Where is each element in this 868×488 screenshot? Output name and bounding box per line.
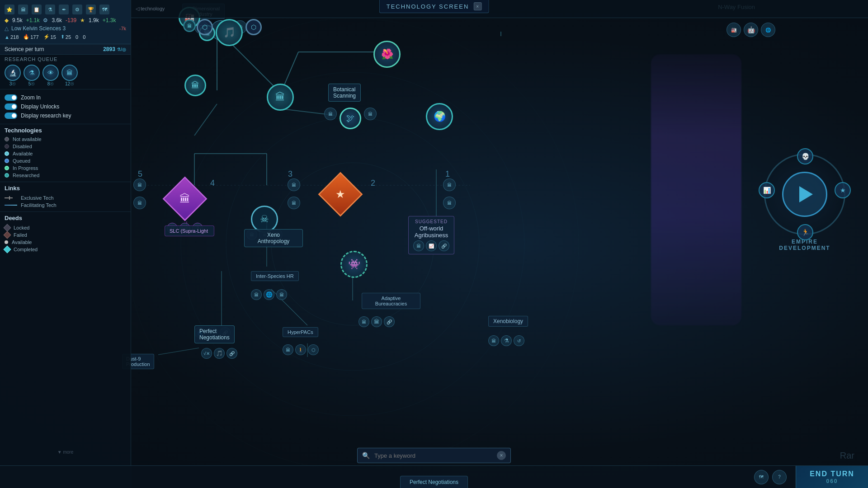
node-slc-container[interactable]: 🏛 SLC (Supra-Light ⬡ 01001 ? (169, 183, 210, 224)
node-row1-1[interactable]: 🏛 (184, 75, 206, 96)
link-exclusive-tech: Exclusive Tech (5, 194, 126, 202)
resource-dust-val: 9.5k (12, 17, 23, 23)
toggle-zoom-in[interactable]: Zoom In (5, 93, 126, 102)
nav-icon-2[interactable]: 🏛 (18, 5, 28, 14)
hyperpacs-label[interactable]: HyperPACs (283, 327, 318, 337)
legend-disabled: Disabled (5, 143, 126, 150)
keyword-close-button[interactable]: × (497, 451, 506, 460)
hp-sub-2[interactable]: 🚶 (295, 344, 306, 355)
building-icon-right-bottom[interactable]: 🏛 (443, 197, 456, 209)
nw-sub-2[interactable]: 🤖 (744, 23, 758, 37)
dot-inprogress (5, 166, 9, 170)
xb-sub-3[interactable]: ↺ (514, 335, 524, 346)
legend-not-available-label: Not available (13, 136, 42, 142)
bottom-icon-2[interactable]: ? (772, 470, 787, 484)
botanical-icon-3[interactable]: 🏛 (364, 108, 377, 120)
col-num-5: 5 (138, 169, 142, 179)
toggle-display-unlocks[interactable]: Display Unlocks (5, 102, 126, 111)
slc-sub-1[interactable]: ⬡ (167, 223, 178, 234)
node-orange-diamond-container[interactable]: ★ (325, 178, 365, 219)
hp-sub-3[interactable]: ⬡ (308, 344, 319, 355)
xeno-sub-2[interactable]: ☠ (259, 229, 270, 240)
nav-icon-8[interactable]: 🗺 (99, 5, 109, 14)
slc-sub-3[interactable]: ? (192, 223, 203, 234)
pn-sub-2[interactable]: √✕ (207, 327, 218, 338)
node-mid-right[interactable]: 🌍 (426, 103, 453, 130)
xeno-sub-3[interactable]: 🏛 (272, 229, 283, 240)
building-icon-left-bottom[interactable]: 🏛 (133, 197, 146, 209)
node-top-icons[interactable]: ⬡ 🎵 ⬡ (197, 19, 262, 46)
d9-sub-3[interactable]: 🔗 (226, 348, 237, 359)
nav-icon-3[interactable]: 📋 (32, 5, 42, 14)
xb-sub-1[interactable]: 🏛 (488, 335, 499, 346)
toggle-display-research-key[interactable]: Display research key (5, 111, 126, 120)
node-icon-mid-right: 🌍 (426, 103, 453, 130)
xenobiology-label[interactable]: Xenobiology (488, 316, 528, 327)
nav-icon-7[interactable]: 🏆 (86, 5, 96, 14)
queue-item-1[interactable]: 🔬 3☉ (5, 65, 21, 86)
ow-sub-2[interactable]: 📈 (426, 240, 437, 251)
d9-sub-1[interactable]: √✕ (201, 348, 212, 359)
inter-sub-1[interactable]: 🏛 (251, 289, 262, 300)
node-top-right-1[interactable]: 🌺 (373, 41, 401, 68)
ow-sub-3[interactable]: 🔗 (439, 240, 449, 251)
nw-sub-1[interactable]: 🏭 (726, 23, 741, 37)
empire-orbit-2[interactable]: ★ (835, 182, 851, 198)
ad-sub-1[interactable]: 🏛 (359, 316, 369, 327)
empire-orbit-3[interactable]: 📊 (759, 182, 775, 198)
end-turn-button[interactable]: END TURN 060 (796, 466, 868, 488)
nav-icon-5[interactable]: ✒ (59, 5, 69, 14)
pn-sub-3[interactable]: 🔗 (220, 327, 231, 338)
d9-sub-2[interactable]: 🎵 (214, 348, 225, 359)
nav-icon-6[interactable]: ⚙ (72, 5, 82, 14)
pn-sub-1[interactable]: 👥 (194, 327, 205, 338)
xb-sub-2[interactable]: ⚗ (501, 335, 512, 346)
tech-screen-close-button[interactable]: × (473, 2, 481, 10)
empire-center[interactable] (782, 172, 827, 217)
empire-dev-widget: 💀 ★ 📊 🏃 EMPIRE DEVELOPMENT (764, 154, 845, 251)
keyword-input[interactable] (374, 452, 492, 459)
queue-turns-2: 5☉ (28, 81, 35, 86)
bottom-icon-1[interactable]: 🗺 (754, 470, 769, 484)
building-icon-right-top[interactable]: 🏛 (443, 178, 456, 191)
slc-sub-2[interactable]: 01001 (179, 223, 190, 234)
xeno-sub-1[interactable]: 🏛 (246, 229, 257, 240)
inter-sub-3[interactable]: 🏛 (276, 289, 287, 300)
botanical-icon-center[interactable]: 🕊 (340, 108, 361, 129)
queue-item-3[interactable]: 👁 8☉ (42, 65, 59, 86)
nav-icon-4[interactable]: ⚗ (45, 5, 55, 14)
node-alien-skull[interactable]: 👾 (340, 251, 368, 278)
nw-sub-3[interactable]: 🌐 (761, 23, 775, 37)
ad-sub-2[interactable]: 🏛 (371, 316, 382, 327)
science-row: Science per turn 2893 ⚗/◎ (0, 44, 131, 55)
hp-sub-1[interactable]: 🏛 (283, 344, 293, 355)
left-panel: ⭐ 🏛 📋 ⚗ ✒ ⚙ 🏆 🗺 ◆ 9.5k +1.1k ⚙ 3.6k -139… (0, 0, 131, 488)
node-mid-1[interactable]: 🏛 (267, 84, 294, 111)
ow-sub-1[interactable]: 🏛 (413, 240, 424, 251)
stat-6: 0 (83, 34, 85, 40)
inter-species-label[interactable]: Inter-Species HR (251, 271, 299, 281)
building-icon-left-top[interactable]: 🏛 (133, 178, 146, 191)
inter-sub-2[interactable]: 🌐 (264, 289, 274, 300)
deeds-section: Locked Failed Available Completed (0, 222, 131, 256)
toggle-research-key-switch[interactable] (5, 113, 17, 119)
empire-orbit-4[interactable]: 🏃 (797, 224, 813, 240)
building-icon-mid-top[interactable]: 🏛 (288, 178, 300, 191)
perfect-negotiations-button[interactable]: Perfect Negotiations (400, 476, 468, 488)
ad-sub-3[interactable]: 🔗 (384, 316, 395, 327)
end-turn-label: END TURN (810, 470, 854, 478)
faction-row: △ Low Kelvin Sciences 3 -7k (5, 24, 126, 33)
suggested-box[interactable]: SUGGESTED Off-worldAgribusiness 🏛 📈 🔗 (408, 216, 454, 254)
empire-orbit-1[interactable]: 💀 (797, 148, 813, 164)
queue-item-4[interactable]: 🏛 12☉ (61, 65, 78, 86)
botanical-icon-1[interactable]: 🏛 (324, 108, 337, 120)
stat-1: ▲ 218 (5, 34, 19, 40)
toggle-zoom-switch[interactable] (5, 94, 17, 101)
nav-icon-1[interactable]: ⭐ (5, 5, 14, 14)
technologies-legend: Not available Disabled Available Queued … (0, 135, 131, 182)
adaptive-label[interactable]: AdaptiveBureaucracies (362, 293, 420, 309)
building-icon-mid-bottom[interactable]: 🏛 (288, 197, 300, 209)
toggle-unlocks-switch[interactable] (5, 103, 17, 110)
queue-item-2[interactable]: ⚗ 5☉ (24, 65, 40, 86)
node-xeno-container[interactable]: ☠ XenoAnthropology 🏛 ☠ 🏛 (251, 206, 278, 233)
